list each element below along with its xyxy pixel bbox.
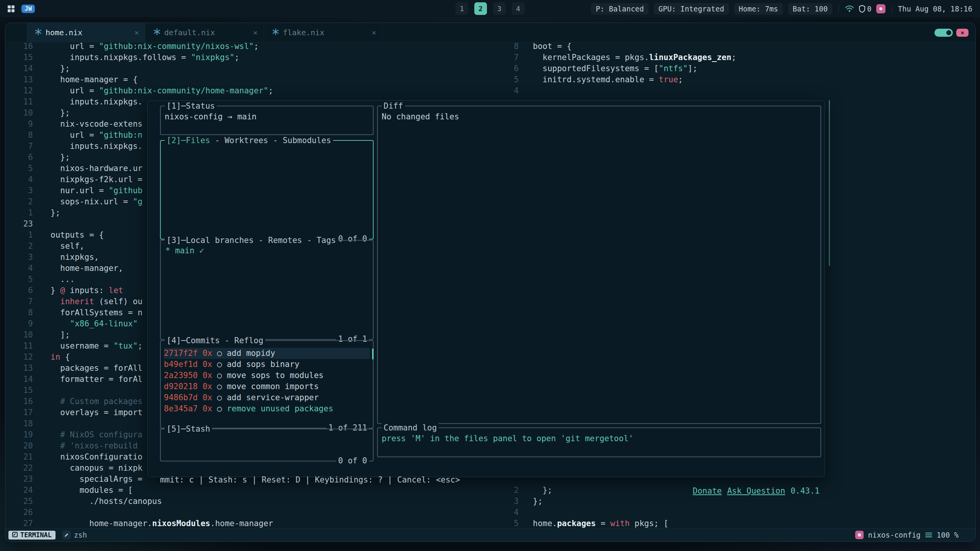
commit-row[interactable]: d920218 0x ○ move common imports xyxy=(164,381,370,392)
commit-author: 0x xyxy=(198,360,217,369)
clock[interactable]: Thu Aug 08, 18:16 xyxy=(898,5,972,13)
shell-tab[interactable]: zsh xyxy=(62,531,87,539)
code-segment: inputs.nixpkgs. xyxy=(51,97,142,106)
tab-flake.nix[interactable]: flake.nix× xyxy=(264,23,383,42)
line-number: 23 xyxy=(5,218,33,230)
tab-close-icon[interactable]: × xyxy=(253,28,258,37)
terminal-mode-chip[interactable]: TERMINAL xyxy=(8,531,56,540)
code-text: supportedFilesystems = ["ntfs"]; xyxy=(533,63,697,74)
menu-icon[interactable] xyxy=(925,532,932,538)
line-number: 4 xyxy=(491,507,519,518)
wifi-icon[interactable] xyxy=(845,5,854,13)
lazygit-links: DonateAsk Question0.43.1 xyxy=(693,486,820,497)
window-close-button[interactable]: × xyxy=(956,29,969,37)
commit-message: move common imports xyxy=(227,382,318,391)
commit-hash: 9486b7d xyxy=(164,393,198,402)
divider xyxy=(892,5,892,13)
tab-close-icon[interactable]: × xyxy=(372,28,376,37)
lazygit-command-log-panel[interactable]: Command log press 'M' in the files panel… xyxy=(377,427,821,457)
user-badge[interactable]: JW xyxy=(21,5,35,13)
tab-default.nix[interactable]: default.nix× xyxy=(145,23,264,42)
line-number: 4 xyxy=(5,263,33,274)
lazygit-options-bar: mmit: c | Stash: s | Reset: D | Keybindi… xyxy=(160,463,820,474)
commit-row[interactable]: b49ef1d 0x ○ add sops binary xyxy=(164,359,370,370)
code-segment: nur.url = xyxy=(51,186,109,195)
code-segment: { xyxy=(60,352,70,362)
panel-title: [1]─Status xyxy=(165,101,217,112)
line-number: 6 xyxy=(491,63,519,74)
status-bar: TERMINAL zsh nixos-config 100 % xyxy=(5,528,975,541)
lazygit-diff-panel[interactable]: Diff No changed files xyxy=(377,106,821,424)
line-number: 5 xyxy=(491,518,519,529)
window-controls: × xyxy=(934,29,975,37)
commit-node-icon: ○ xyxy=(217,360,227,369)
line-number: 3 xyxy=(491,496,519,507)
statusbar-right: nixos-config 100 % xyxy=(855,531,959,539)
topbar-module: GPU: Integrated xyxy=(654,3,729,15)
code-text: ... xyxy=(51,274,75,285)
session-icon xyxy=(855,531,864,539)
workspace-button-2[interactable]: 2 xyxy=(474,2,487,15)
lazygit-status-panel[interactable]: [1]─Status nixos-config → main xyxy=(160,106,374,135)
divider xyxy=(838,5,839,13)
link-donate[interactable]: Donate xyxy=(693,486,722,496)
code-text: }; xyxy=(51,108,70,119)
panel-title: Diff xyxy=(382,101,405,112)
link-ask-question[interactable]: Ask Question xyxy=(727,486,785,496)
session-name[interactable]: nixos-config xyxy=(868,531,921,539)
lazygit-commits-panel[interactable]: [4]─Commits - Reflog 2717f2f 0x ○ add mo… xyxy=(160,340,374,429)
layout-toggle-button[interactable] xyxy=(934,29,953,37)
code-text: ]; xyxy=(51,329,70,341)
workspace-button-4[interactable]: 4 xyxy=(512,2,524,15)
lazygit-files-panel[interactable]: [2]─Files - Worktrees - Submodules 0 of … xyxy=(160,140,374,240)
tab-files: Files xyxy=(186,136,210,145)
code-line: 6 supportedFilesystems = ["ntfs"]; xyxy=(5,63,975,74)
line-number: 8 xyxy=(491,41,519,52)
commit-row[interactable]: 8e345a7 0x ○ remove unused packages xyxy=(164,403,370,414)
code-segment: outputs = { xyxy=(51,230,104,240)
code-segment: home. xyxy=(533,519,557,528)
tab-label: home.nix xyxy=(46,28,82,37)
line-number: 9 xyxy=(5,119,33,130)
line-number: 11 xyxy=(5,96,33,108)
line-number: 10 xyxy=(5,329,33,341)
tab-close-icon[interactable]: × xyxy=(134,28,139,37)
workspace-button-1[interactable]: 1 xyxy=(456,2,468,15)
workspace-button-3[interactable]: 3 xyxy=(493,2,506,15)
code-text: "x86_64-linux" xyxy=(51,318,138,329)
code-segment: specialArgs = xyxy=(51,474,142,484)
code-segment xyxy=(51,319,70,328)
line-number: 7 xyxy=(491,52,519,63)
tab-home.nix[interactable]: home.nix× xyxy=(27,23,145,42)
code-segment: kernelPackages = pkgs. xyxy=(533,53,649,62)
topbar: JW 1234 P: BalancedGPU: IntegratedHome: … xyxy=(0,0,980,17)
commit-author: 0x xyxy=(198,382,217,391)
code-segment: ; xyxy=(678,75,683,84)
line-number: 12 xyxy=(5,352,33,363)
code-line: 5 initrd.systemd.enable = true; xyxy=(5,74,975,85)
code-line: 5home.packages = with pkgs; [ xyxy=(5,518,975,529)
commit-node-icon: ○ xyxy=(217,393,227,402)
line-number: 16 xyxy=(5,396,33,407)
lazygit-stash-panel[interactable]: [5]─Stash 0 of 0 xyxy=(160,429,374,461)
lazygit-version: 0.43.1 xyxy=(791,486,820,496)
code-segment: let xyxy=(109,286,123,295)
line-number: 4 xyxy=(5,174,33,185)
lazygit-branches-panel[interactable]: [3]─Local branches - Remotes - Tags * ma… xyxy=(160,240,374,340)
notification-shield[interactable]: 0 xyxy=(859,5,871,13)
line-number: 1 xyxy=(5,230,33,241)
commit-row[interactable]: 2a23950 0x ○ move sops to modules xyxy=(164,370,370,381)
commit-row[interactable]: 9486b7d 0x ○ add service-wrapper xyxy=(164,392,370,403)
code-segment: home-manager, xyxy=(51,264,123,273)
code-text: }; xyxy=(51,207,60,218)
code-segment: ]; xyxy=(51,330,70,339)
right-pane-scrollbar[interactable] xyxy=(829,100,830,266)
commits-scrollbar[interactable] xyxy=(372,349,374,359)
topbar-module: P: Balanced xyxy=(591,3,648,15)
app-launcher-icon[interactable] xyxy=(7,5,15,13)
code-line: 2 }; xyxy=(5,485,975,496)
indicator-icon[interactable] xyxy=(876,4,885,13)
commit-row[interactable]: 2717f2f 0x ○ add mopidy xyxy=(164,348,370,359)
panel-title: [4]─Commits - Reflog xyxy=(165,335,265,346)
topbar-right: P: BalancedGPU: IntegratedHome: 7msBat: … xyxy=(591,3,980,15)
